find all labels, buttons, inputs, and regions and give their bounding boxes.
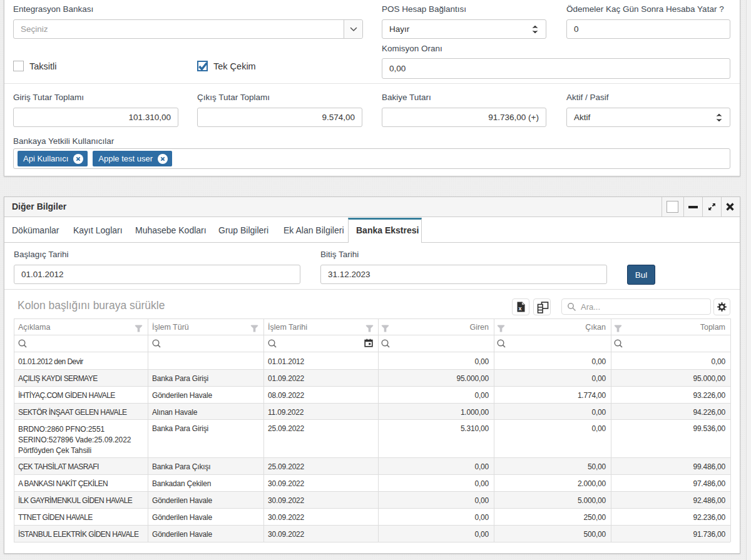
svg-text:x: x [519, 305, 522, 312]
